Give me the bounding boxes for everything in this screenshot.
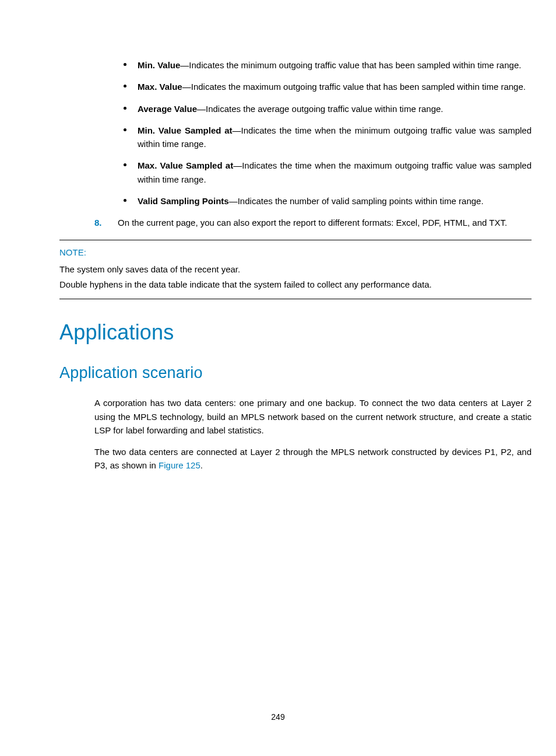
note-box: NOTE: The system only saves data of the … xyxy=(59,240,532,299)
page-number: 249 xyxy=(0,711,556,723)
bullet-icon xyxy=(124,128,126,131)
numbered-list: 8. On the current page, you can also exp… xyxy=(94,216,532,229)
bullet-icon xyxy=(124,107,126,110)
step-number: 8. xyxy=(94,216,102,229)
term-text: —Indicates the minimum outgoing traffic … xyxy=(180,60,521,70)
bullet-icon xyxy=(124,163,126,166)
list-item: Min. Value Sampled at—Indicates the time… xyxy=(94,124,532,151)
list-item: Valid Sampling Points—Indicates the numb… xyxy=(94,194,532,208)
term: Min. Value xyxy=(138,60,180,70)
bullet-icon xyxy=(124,85,126,88)
term: Min. Value Sampled at xyxy=(138,125,233,135)
content-area: Min. Value—Indicates the minimum outgoin… xyxy=(94,58,532,473)
note-line: The system only saves data of the recent… xyxy=(59,263,532,276)
note-label: NOTE: xyxy=(59,246,532,260)
term: Max. Value Sampled at xyxy=(138,160,233,170)
term-text: —Indicates the average outgoing traffic … xyxy=(197,104,443,114)
step-text: On the current page, you can also export… xyxy=(118,218,507,228)
paragraph: The two data centers are connected at La… xyxy=(94,445,532,473)
list-item: Max. Value—Indicates the maximum outgoin… xyxy=(94,80,532,93)
heading-application-scenario: Application scenario xyxy=(59,361,532,385)
list-item: 8. On the current page, you can also exp… xyxy=(94,216,532,229)
term-text: —Indicates the maximum outgoing traffic … xyxy=(182,82,526,92)
list-item: Average Value—Indicates the average outg… xyxy=(94,102,532,116)
bullet-list: Min. Value—Indicates the minimum outgoin… xyxy=(94,58,532,208)
list-item: Min. Value—Indicates the minimum outgoin… xyxy=(94,58,532,72)
note-line: Double hyphens in the data table indicat… xyxy=(59,278,532,292)
page: Min. Value—Indicates the minimum outgoin… xyxy=(0,0,556,756)
figure-link[interactable]: Figure 125 xyxy=(159,460,200,470)
term: Valid Sampling Points xyxy=(138,196,229,206)
term-text: —Indicates the number of valid sampling … xyxy=(229,196,484,206)
term: Max. Value xyxy=(138,82,182,92)
term: Average Value xyxy=(138,104,197,114)
bullet-icon xyxy=(124,199,126,202)
heading-applications: Applications xyxy=(59,317,532,348)
paragraph-text-post: . xyxy=(200,460,203,470)
paragraph: A corporation has two data centers: one … xyxy=(94,396,532,437)
list-item: Max. Value Sampled at—Indicates the time… xyxy=(94,159,532,186)
bullet-icon xyxy=(124,63,126,66)
